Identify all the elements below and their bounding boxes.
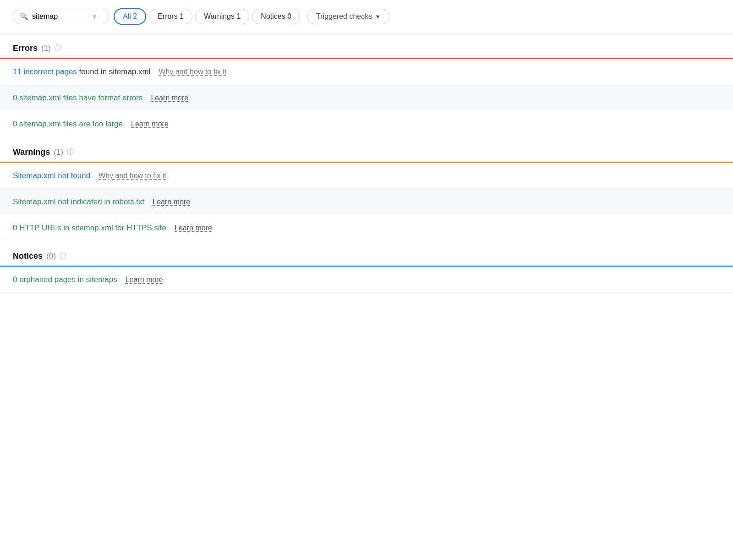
result-text-not-in-robots: Sitemap.xml not indicated in robots.txt xyxy=(13,197,144,207)
errors-info-icon[interactable]: ⓘ xyxy=(55,44,61,53)
table-row: 0 sitemap.xml files have format errors L… xyxy=(0,85,733,111)
too-large-learn-link[interactable]: Learn more xyxy=(131,120,169,128)
result-text-format-errors: 0 sitemap.xml files have format errors xyxy=(13,93,142,103)
filter-tab-notices[interactable]: Notices 0 xyxy=(252,9,300,24)
clear-search-button[interactable]: × xyxy=(93,13,96,20)
http-urls-learn-link[interactable]: Learn more xyxy=(175,224,212,232)
orphaned-pages-link[interactable]: 0 orphaned pages in sitemaps xyxy=(13,275,117,284)
result-text-too-large: 0 sitemap.xml files are too large xyxy=(13,120,123,129)
not-in-robots-learn-link[interactable]: Learn more xyxy=(153,198,190,206)
result-text-not-found: Sitemap.xml not found xyxy=(13,171,90,180)
table-row: 11 incorrect pages found in sitemap.xml … xyxy=(0,59,733,85)
warnings-count: (1) xyxy=(54,148,63,157)
filter-tab-all[interactable]: All 2 xyxy=(114,8,146,25)
filter-tabs: All 2 Errors 1 Warnings 1 Notices 0 xyxy=(114,8,300,25)
table-row: Sitemap.xml not indicated in robots.txt … xyxy=(0,189,733,215)
format-errors-learn-link[interactable]: Learn more xyxy=(151,94,188,102)
too-large-link[interactable]: 0 sitemap.xml files are too large xyxy=(13,120,123,128)
filter-tab-errors[interactable]: Errors 1 xyxy=(149,9,192,24)
errors-section-header: Errors (1) ⓘ xyxy=(0,33,733,58)
errors-count: (1) xyxy=(41,44,51,53)
table-row: 0 HTTP URLs in sitemap.xml for HTTPS sit… xyxy=(0,215,733,241)
search-icon: 🔍 xyxy=(20,12,28,21)
http-urls-link[interactable]: 0 HTTP URLs in sitemap.xml for HTTPS sit… xyxy=(13,223,166,232)
table-row: Sitemap.xml not found Why and how to fix… xyxy=(0,163,733,189)
result-text-http-urls: 0 HTTP URLs in sitemap.xml for HTTPS sit… xyxy=(13,223,166,233)
top-bar: 🔍 × All 2 Errors 1 Warnings 1 Notices 0 … xyxy=(0,0,733,33)
triggered-checks-label: Triggered checks xyxy=(316,12,372,21)
not-in-robots-link[interactable]: Sitemap.xml not indicated in robots.txt xyxy=(13,197,144,206)
notices-section-header: Notices (0) ⓘ xyxy=(0,241,733,266)
table-row: 0 orphaned pages in sitemaps Learn more xyxy=(0,267,733,293)
sitemap-not-found-fix-link[interactable]: Why and how to fix it xyxy=(98,172,166,180)
notices-count: (0) xyxy=(46,252,56,261)
table-row: 0 sitemap.xml files are too large Learn … xyxy=(0,111,733,137)
warnings-info-icon[interactable]: ⓘ xyxy=(67,148,74,157)
notices-title: Notices xyxy=(13,251,43,261)
sitemap-not-found-link[interactable]: Sitemap.xml not found xyxy=(13,171,90,180)
result-text-incorrect-pages: 11 incorrect pages found in sitemap.xml xyxy=(13,67,151,76)
result-text-orphaned: 0 orphaned pages in sitemaps xyxy=(13,275,117,284)
search-box: 🔍 × xyxy=(13,9,109,24)
orphaned-pages-learn-link[interactable]: Learn more xyxy=(126,276,163,284)
incorrect-pages-link[interactable]: 11 incorrect pages xyxy=(13,67,77,76)
triggered-checks-button[interactable]: Triggered checks ▼ xyxy=(307,9,389,24)
warnings-title: Warnings xyxy=(13,147,50,157)
notices-info-icon[interactable]: ⓘ xyxy=(60,252,66,261)
errors-title: Errors xyxy=(13,43,38,53)
search-input[interactable] xyxy=(32,12,87,21)
warnings-section-header: Warnings (1) ⓘ xyxy=(0,137,733,162)
format-errors-link[interactable]: 0 sitemap.xml files have format errors xyxy=(13,93,142,102)
incorrect-pages-fix-link[interactable]: Why and how to fix it xyxy=(159,68,227,76)
main-content: Errors (1) ⓘ 11 incorrect pages found in… xyxy=(0,33,733,293)
chevron-down-icon: ▼ xyxy=(375,13,381,20)
filter-tab-warnings[interactable]: Warnings 1 xyxy=(195,9,249,24)
